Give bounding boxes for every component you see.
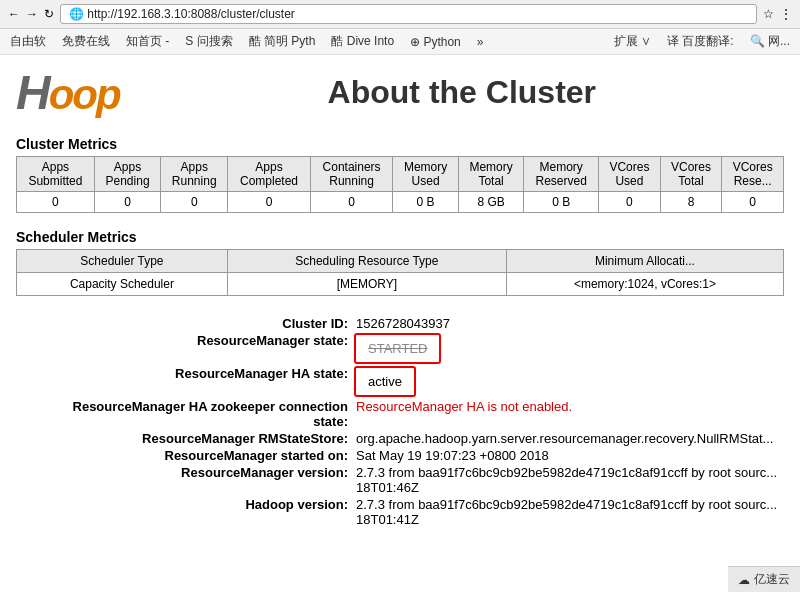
bookmark-baidu-translate[interactable]: 译 百度翻译: — [663, 32, 738, 51]
val-memory-total: 8 GB — [458, 192, 523, 213]
url-text: http://192.168.3.10:8088/cluster/cluster — [87, 7, 294, 21]
rm-state-label: ResourceManager state: — [16, 333, 356, 348]
col-header-apps-submitted: AppsSubmitted — [17, 157, 95, 192]
rm-state-box: STARTED — [354, 333, 441, 364]
rm-zoo-value: ResourceManager HA is not enabled. — [356, 399, 784, 414]
logo-oop: oop — [49, 71, 120, 118]
val-vcores-total: 8 — [660, 192, 722, 213]
rm-ha-box: active — [354, 366, 416, 397]
url-bar[interactable]: 🌐 http://192.168.3.10:8088/cluster/clust… — [60, 4, 757, 24]
browser-bar: ← → ↻ 🌐 http://192.168.3.10:8088/cluster… — [0, 0, 800, 29]
col-header-vcores-used: VCoresUsed — [599, 157, 661, 192]
rm-version-row: ResourceManager version: 2.7.3 from baa9… — [16, 465, 784, 495]
rm-zoo-row: ResourceManager HA zookeeper connections… — [16, 399, 784, 429]
bookmark-extensions[interactable]: 扩展 ∨ — [610, 32, 655, 51]
bookmark-web[interactable]: 🔍 网... — [746, 32, 794, 51]
val-apps-submitted: 0 — [17, 192, 95, 213]
rm-rmstate-row: ResourceManager RMStateStore: org.apache… — [16, 431, 784, 446]
bookmark-ziyouruang[interactable]: 自由软 — [6, 32, 50, 51]
val-memory-used: 0 B — [393, 192, 458, 213]
hadoop-version-row: Hadoop version: 2.7.3 from baa91f7c6bc9c… — [16, 497, 784, 527]
cluster-id-value: 1526728043937 — [356, 316, 784, 331]
back-icon[interactable]: ← — [8, 7, 20, 21]
rm-ha-active-text: active — [368, 374, 402, 389]
val-memory-reserved: 0 B — [524, 192, 599, 213]
forward-icon[interactable]: → — [26, 7, 38, 21]
cluster-metrics-table: AppsSubmitted AppsPending AppsRunning Ap… — [16, 156, 784, 213]
cluster-metrics-title: Cluster Metrics — [16, 136, 784, 152]
bookmark-star-icon[interactable]: ☆ — [763, 7, 774, 21]
bookmark-mianfei[interactable]: 免费在线 — [58, 32, 114, 51]
col-header-memory-reserved: MemoryReserved — [524, 157, 599, 192]
rm-version-value: 2.7.3 from baa91f7c6bc9cb92be5982de4719c… — [356, 465, 784, 495]
rm-started-value: Sat May 19 19:07:23 +0800 2018 — [356, 448, 784, 463]
col-header-apps-running: AppsRunning — [161, 157, 228, 192]
browser-menu-icon[interactable]: ⋮ — [780, 7, 792, 21]
col-header-scheduler-type: Scheduler Type — [17, 250, 228, 273]
cluster-id-row: Cluster ID: 1526728043937 — [16, 316, 784, 331]
refresh-icon[interactable]: ↻ — [44, 7, 54, 21]
cluster-id-label: Cluster ID: — [16, 316, 356, 331]
col-header-memory-total: MemoryTotal — [458, 157, 523, 192]
rm-ha-value: active — [356, 366, 784, 397]
header-row: Hoop About the Cluster — [16, 65, 784, 120]
rm-started-row: ResourceManager started on: Sat May 19 1… — [16, 448, 784, 463]
rm-version-label: ResourceManager version: — [16, 465, 356, 480]
rm-state-value: STARTED — [356, 333, 784, 364]
bookmark-more[interactable]: » — [473, 34, 488, 50]
col-header-vcores-total: VCoresTotal — [660, 157, 722, 192]
logo-h: H — [16, 66, 49, 119]
scheduler-metrics-table: Scheduler Type Scheduling Resource Type … — [16, 249, 784, 296]
val-apps-completed: 0 — [228, 192, 311, 213]
url-favicon: 🌐 — [69, 7, 84, 21]
rm-ha-label: ResourceManager HA state: — [16, 366, 356, 381]
rm-rmstate-label: ResourceManager RMStateStore: — [16, 431, 356, 446]
scheduler-row: Capacity Scheduler [MEMORY] <memory:1024… — [17, 273, 784, 296]
bookmark-python[interactable]: ⊕ Python — [406, 34, 465, 50]
col-header-apps-pending: AppsPending — [94, 157, 160, 192]
hadoop-version-label: Hadoop version: — [16, 497, 356, 512]
cluster-info: Cluster ID: 1526728043937 ResourceManage… — [16, 316, 784, 527]
rm-state-started-text: STARTED — [368, 341, 427, 356]
hadoop-version-value: 2.7.3 from baa91f7c6bc9cb92be5982de4719c… — [356, 497, 784, 527]
cluster-metrics-row: 0 0 0 0 0 0 B 8 GB 0 B 0 8 0 — [17, 192, 784, 213]
col-header-vcores-reserved: VCoresRese... — [722, 157, 784, 192]
val-containers-running: 0 — [310, 192, 393, 213]
rm-ha-row: ResourceManager HA state: active — [16, 366, 784, 397]
val-apps-running: 0 — [161, 192, 228, 213]
col-header-containers-running: ContainersRunning — [310, 157, 393, 192]
col-header-scheduling-resource-type: Scheduling Resource Type — [227, 250, 506, 273]
val-vcores-used: 0 — [599, 192, 661, 213]
col-header-memory-used: MemoryUsed — [393, 157, 458, 192]
bookmark-wensousuo[interactable]: S 问搜索 — [181, 32, 236, 51]
hadoop-logo: Hoop — [16, 65, 120, 120]
bookmark-zhishouye[interactable]: 知首页 - — [122, 32, 173, 51]
rm-started-label: ResourceManager started on: — [16, 448, 356, 463]
rm-zoo-label: ResourceManager HA zookeeper connections… — [16, 399, 356, 429]
page-content: Hoop About the Cluster Cluster Metrics A… — [0, 55, 800, 539]
val-vcores-reserved: 0 — [722, 192, 784, 213]
bookmark-jianjian[interactable]: 酷 简明 Pyth — [245, 32, 320, 51]
rm-state-row: ResourceManager state: STARTED — [16, 333, 784, 364]
col-header-apps-completed: AppsCompleted — [228, 157, 311, 192]
col-header-minimum-allocation: Minimum Allocati... — [506, 250, 783, 273]
val-scheduling-resource-type: [MEMORY] — [227, 273, 506, 296]
rm-rmstate-value: org.apache.hadoop.yarn.server.resourcema… — [356, 431, 784, 446]
val-minimum-allocation: <memory:1024, vCores:1> — [506, 273, 783, 296]
bookmarks-bar: 自由软 免费在线 知首页 - S 问搜索 酷 简明 Pyth 酷 Dive In… — [0, 29, 800, 55]
page-title: About the Cluster — [140, 74, 784, 111]
scheduler-metrics-title: Scheduler Metrics — [16, 229, 784, 245]
val-apps-pending: 0 — [94, 192, 160, 213]
val-scheduler-type: Capacity Scheduler — [17, 273, 228, 296]
bookmark-diveinto[interactable]: 酷 Dive Into — [327, 32, 398, 51]
